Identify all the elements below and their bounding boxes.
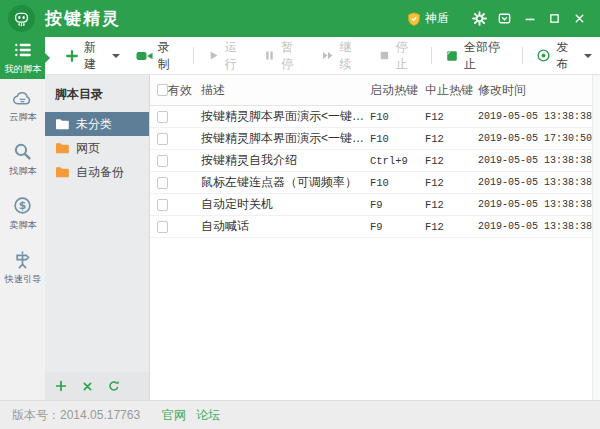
row-start-hotkey: F10	[370, 111, 425, 123]
column-header-start-hotkey[interactable]: 启动热键	[370, 82, 425, 99]
refresh-button[interactable]	[108, 380, 120, 392]
continue-button[interactable]: 继续	[312, 43, 370, 69]
add-folder-button[interactable]	[55, 380, 67, 392]
row-abort-hotkey: F12	[425, 111, 478, 123]
statusbar: 版本号：2014.05.17763 官网论坛	[0, 400, 600, 429]
vertical-scrollbar[interactable]	[592, 75, 600, 400]
shield-icon	[407, 12, 421, 26]
row-checkbox[interactable]	[157, 221, 168, 233]
delete-x-icon	[82, 381, 93, 392]
stop-all-icon	[445, 49, 459, 63]
stop-all-button[interactable]: 全部停止	[437, 43, 517, 69]
pause-button-label: 暂停	[281, 39, 303, 73]
column-header-abort-hotkey[interactable]: 中止热键	[425, 82, 478, 99]
delete-folder-button[interactable]	[82, 381, 93, 392]
signpost-icon	[13, 250, 32, 269]
table-header: 有效 描述 启动热键 中止热键 修改时间	[150, 75, 600, 106]
sidebar-item-quick-guide[interactable]: 快速引导	[0, 241, 45, 295]
column-header-modified[interactable]: 修改时间	[478, 82, 600, 99]
close-button[interactable]	[567, 6, 592, 31]
gear-icon	[472, 11, 487, 26]
column-header-description[interactable]: 描述	[201, 82, 370, 99]
minimize-button[interactable]	[517, 6, 542, 31]
table-row[interactable]: 按键精灵脚本界面演示<一键启动>_自动...F10F122019-05-05 1…	[150, 128, 600, 150]
sidebar-item-my-scripts[interactable]: 我的脚本	[0, 37, 45, 79]
row-description: 自动定时关机	[201, 196, 370, 213]
status-links: 官网论坛	[162, 407, 220, 424]
search-icon	[13, 142, 32, 161]
table-row[interactable]: 按键精灵自我介绍Ctrl+9F122019-05-05 13:38:38	[150, 150, 600, 172]
stop-all-button-label: 全部停止	[464, 39, 509, 73]
row-start-hotkey: Ctrl+9	[370, 155, 425, 167]
pause-icon	[263, 49, 276, 62]
directory-folder-list: 未分类网页自动备份	[45, 112, 149, 184]
table-row[interactable]: 鼠标左键连点器（可调频率）F10F122019-05-05 13:38:38	[150, 172, 600, 194]
row-checkbox[interactable]	[157, 199, 168, 211]
chevron-down-icon	[112, 54, 120, 62]
plus-icon	[55, 380, 67, 392]
sidebar-item-find-scripts[interactable]: 找脚本	[0, 133, 45, 187]
maximize-button[interactable]	[542, 6, 567, 31]
settings-button[interactable]	[467, 6, 492, 31]
svg-text:$: $	[19, 199, 26, 212]
directory-folder[interactable]: 网页	[45, 136, 149, 160]
run-button[interactable]: 运行	[199, 43, 255, 69]
toolbar-separator	[431, 47, 432, 64]
close-icon	[573, 12, 586, 25]
sidebar-item-sell-scripts[interactable]: $卖脚本	[0, 187, 45, 241]
chevron-down-icon	[584, 54, 592, 62]
version-label: 版本号：2014.05.17763	[12, 407, 140, 424]
row-description: 按键精灵脚本界面演示<一键启动>	[201, 108, 370, 125]
column-header-valid[interactable]: 有效	[168, 82, 201, 99]
publish-icon	[536, 48, 551, 63]
row-checkbox[interactable]	[157, 133, 168, 145]
row-checkbox[interactable]	[157, 155, 168, 167]
new-button[interactable]: 新建	[57, 43, 128, 69]
folder-icon	[55, 166, 69, 178]
play-icon	[207, 49, 220, 62]
table-body: 按键精灵脚本界面演示<一键启动>F10F122019-05-05 13:38:3…	[150, 106, 600, 238]
record-button[interactable]: 录制	[128, 43, 188, 69]
minimize-icon	[523, 12, 537, 26]
directory-folder[interactable]: 自动备份	[45, 160, 149, 184]
row-description: 自动喊话	[201, 218, 370, 235]
row-modified-time: 2019-05-05 13:38:38	[478, 155, 600, 166]
directory-folder[interactable]: 未分类	[45, 112, 149, 136]
stop-button-label: 停止	[396, 39, 418, 73]
publish-button[interactable]: 发布	[528, 43, 600, 69]
new-button-label: 新建	[84, 39, 106, 73]
table-row[interactable]: 按键精灵脚本界面演示<一键启动>F10F122019-05-05 13:38:3…	[150, 106, 600, 128]
stop-button[interactable]: 停止	[370, 43, 426, 69]
script-table: 有效 描述 启动热键 中止热键 修改时间 按键精灵脚本界面演示<一键启动>F10…	[150, 75, 600, 400]
directory-bottombar	[45, 372, 149, 400]
dollar-icon: $	[13, 196, 32, 215]
titlebar: 按键精灵 神盾	[0, 0, 600, 37]
shield-label: 神盾	[425, 10, 449, 27]
row-start-hotkey: F10	[370, 133, 425, 145]
directory-title: 脚本目录	[45, 75, 149, 112]
refresh-icon	[108, 380, 120, 392]
app-title: 按键精灵	[45, 7, 121, 30]
sidebar-item-label: 找脚本	[9, 165, 37, 178]
status-link[interactable]: 论坛	[196, 407, 220, 424]
row-modified-time: 2019-05-05 13:38:38	[478, 111, 600, 122]
row-start-hotkey: F9	[370, 221, 425, 233]
pause-button[interactable]: 暂停	[255, 43, 311, 69]
row-checkbox[interactable]	[157, 177, 168, 189]
status-link[interactable]: 官网	[162, 407, 186, 424]
record-button-label: 录制	[158, 39, 180, 73]
table-row[interactable]: 自动定时关机F9F122019-05-05 13:38:38	[150, 194, 600, 216]
row-abort-hotkey: F12	[425, 155, 478, 167]
maximize-icon	[548, 12, 561, 25]
continue-button-label: 继续	[340, 39, 362, 73]
skin-button[interactable]	[492, 6, 517, 31]
sidebar-item-cloud-scripts[interactable]: 云脚本	[0, 79, 45, 133]
sidebar-item-label: 卖脚本	[9, 219, 37, 232]
select-all-checkbox[interactable]	[157, 84, 168, 96]
row-checkbox[interactable]	[157, 111, 168, 123]
table-row[interactable]: 自动喊话F9F122019-05-05 13:38:38	[150, 216, 600, 238]
folder-label: 网页	[76, 140, 100, 157]
shield-badge[interactable]: 神盾	[407, 10, 449, 27]
row-description: 按键精灵脚本界面演示<一键启动>_自动...	[201, 130, 370, 147]
cloud-icon	[12, 89, 34, 107]
